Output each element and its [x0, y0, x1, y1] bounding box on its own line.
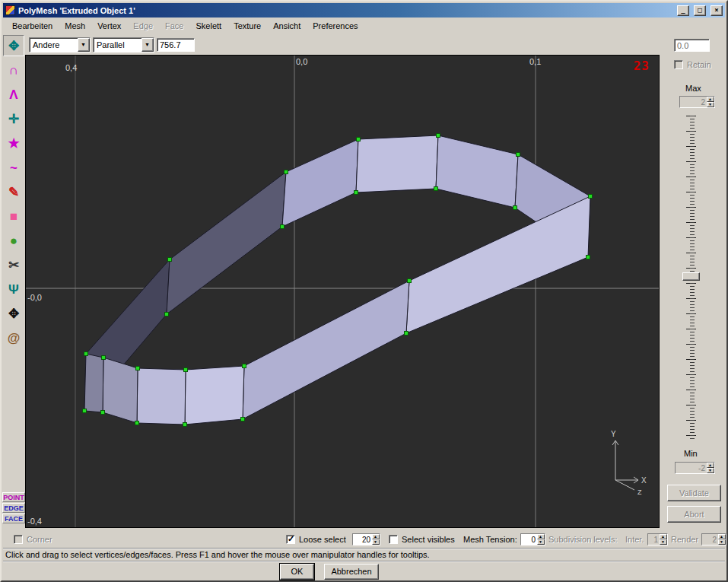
inter-spinner[interactable]: 1 — [647, 533, 668, 545]
mesh-object[interactable] — [83, 134, 593, 427]
mesh-face[interactable] — [356, 135, 438, 192]
projection-combobox[interactable]: Parallel — [93, 37, 154, 52]
toolbar-value-input[interactable] — [157, 38, 195, 52]
retain-value-input[interactable] — [674, 39, 710, 52]
mesh-vertex-handle[interactable] — [357, 138, 361, 142]
menu-item-skelett[interactable]: Skelett — [189, 19, 227, 33]
move-tool-button[interactable]: ✥ — [3, 35, 24, 56]
validate-button[interactable]: Validate — [667, 485, 721, 501]
pen-tool-button[interactable]: ✎ — [3, 181, 24, 202]
star-tool-button[interactable]: ★ — [3, 132, 24, 154]
mesh-vertex-handle[interactable] — [168, 258, 172, 262]
pan-tool-button[interactable]: ✥ — [3, 303, 24, 324]
mesh-vertex-handle[interactable] — [405, 332, 409, 336]
spin-down-icon[interactable] — [718, 539, 726, 545]
mesh-vertex-handle[interactable] — [183, 423, 187, 427]
mesh-vertex-handle[interactable] — [84, 352, 88, 356]
chevron-down-icon[interactable] — [141, 38, 154, 52]
viewport[interactable]: Y X Z 0,4 0,0 0,1 -0,0 -0,4 23 — [25, 55, 660, 528]
mode-combobox[interactable]: Andere — [29, 37, 91, 52]
min-spinner[interactable]: -2 — [675, 462, 715, 474]
figure-tool-button[interactable]: Ψ — [3, 278, 24, 300]
scissors-tool-button[interactable]: ✂ — [3, 254, 24, 275]
mode-button-point[interactable]: POINT — [2, 492, 25, 502]
chevron-down-icon[interactable] — [78, 38, 90, 52]
mesh-vertex-handle[interactable] — [587, 256, 590, 259]
max-spinner-arrows[interactable] — [707, 97, 714, 107]
menu-item-preferences[interactable]: Preferences — [307, 19, 364, 33]
mode-button-face[interactable]: FACE — [2, 514, 25, 523]
menu-item-mesh[interactable]: Mesh — [59, 19, 91, 33]
max-spinner[interactable]: 2 — [679, 96, 715, 108]
render-spinner[interactable]: 2 — [701, 533, 726, 545]
limit-slider-thumb[interactable] — [682, 272, 700, 281]
mesh-vertex-handle[interactable] — [243, 364, 246, 368]
loose-select-spinner-arrows[interactable] — [372, 534, 380, 545]
ok-button[interactable]: OK — [280, 564, 314, 580]
corner-checkbox[interactable] — [14, 535, 23, 544]
mesh-vertex-handle[interactable] — [354, 191, 358, 195]
mesh-tension-spinner[interactable]: 0 — [520, 533, 545, 545]
mesh-face[interactable] — [436, 135, 518, 208]
mesh-vertex-handle[interactable] — [589, 195, 593, 199]
spin-down-icon[interactable] — [660, 539, 667, 545]
spin-up-icon[interactable] — [718, 534, 726, 539]
spin-down-icon[interactable] — [707, 468, 714, 473]
mesh-face[interactable] — [282, 139, 358, 227]
maximize-button[interactable]: □ — [694, 5, 706, 16]
mesh-face[interactable] — [137, 368, 186, 425]
mesh-vertex-handle[interactable] — [135, 421, 139, 425]
minimize-button[interactable]: _ — [677, 5, 689, 16]
extrude-tool-button[interactable]: Λ — [3, 84, 24, 105]
face-square-tool-button[interactable]: ■ — [3, 205, 24, 227]
mesh-face[interactable] — [406, 196, 590, 333]
mesh-vertex-handle[interactable] — [437, 134, 440, 138]
loose-select-spinner[interactable]: 20 — [352, 533, 380, 545]
menu-item-ansicht[interactable]: Ansicht — [267, 19, 307, 33]
mesh-face[interactable] — [103, 358, 138, 423]
mesh-vertex-handle[interactable] — [102, 356, 106, 360]
mesh-vertex-handle[interactable] — [285, 170, 288, 174]
menu-item-edge[interactable]: Edge — [127, 19, 159, 33]
select-visibles-checkbox[interactable] — [389, 535, 398, 544]
mesh-vertex-handle[interactable] — [517, 153, 520, 157]
mode-button-edge[interactable]: EDGE — [2, 503, 25, 513]
inter-spinner-arrows[interactable] — [660, 534, 667, 545]
loose-select-checkbox[interactable] — [286, 535, 295, 544]
mesh-vertex-handle[interactable] — [83, 409, 87, 413]
mesh-vertex-handle[interactable] — [184, 368, 188, 372]
mesh-vertex-handle[interactable] — [513, 206, 517, 210]
spin-up-icon[interactable] — [707, 463, 714, 468]
mesh-face[interactable] — [243, 281, 409, 419]
mesh-vertex-handle[interactable] — [241, 418, 245, 421]
cancel-button[interactable]: Abbrechen — [324, 564, 379, 580]
arch-tool-button[interactable]: ∩ — [3, 59, 24, 81]
mesh-face[interactable] — [185, 366, 244, 425]
mesh-face[interactable] — [167, 172, 286, 314]
spin-up-icon[interactable] — [707, 97, 714, 102]
mesh-vertex-handle[interactable] — [165, 313, 169, 316]
spin-down-icon[interactable] — [707, 102, 714, 107]
render-spinner-arrows[interactable] — [718, 534, 726, 545]
axes-tool-button[interactable]: ✛ — [3, 108, 24, 129]
bean-tool-button[interactable]: ● — [3, 230, 24, 251]
mesh-vertex-handle[interactable] — [434, 187, 438, 191]
min-spinner-arrows[interactable] — [707, 463, 714, 473]
viewport-canvas[interactable]: Y X Z — [26, 56, 660, 528]
spin-up-icon[interactable] — [372, 534, 380, 539]
title-bar[interactable]: PolyMesh 'Extruded Object 1' _ □ × — [3, 3, 725, 17]
mesh-vertex-handle[interactable] — [408, 279, 412, 283]
abort-button[interactable]: Abort — [667, 506, 721, 523]
snail-tool-button[interactable]: @ — [3, 327, 24, 348]
mesh-face[interactable] — [84, 354, 103, 412]
retain-checkbox[interactable] — [674, 60, 683, 69]
spin-down-icon[interactable] — [372, 539, 380, 545]
curve-tool-button[interactable]: ~ — [3, 157, 24, 178]
mesh-vertex-handle[interactable] — [101, 411, 105, 415]
mesh-vertex-handle[interactable] — [281, 225, 285, 229]
spin-up-icon[interactable] — [660, 534, 667, 539]
menu-item-face[interactable]: Face — [159, 19, 189, 33]
mesh-tension-spinner-arrows[interactable] — [537, 534, 545, 545]
spin-down-icon[interactable] — [537, 539, 545, 545]
menu-item-texture[interactable]: Texture — [227, 19, 267, 33]
